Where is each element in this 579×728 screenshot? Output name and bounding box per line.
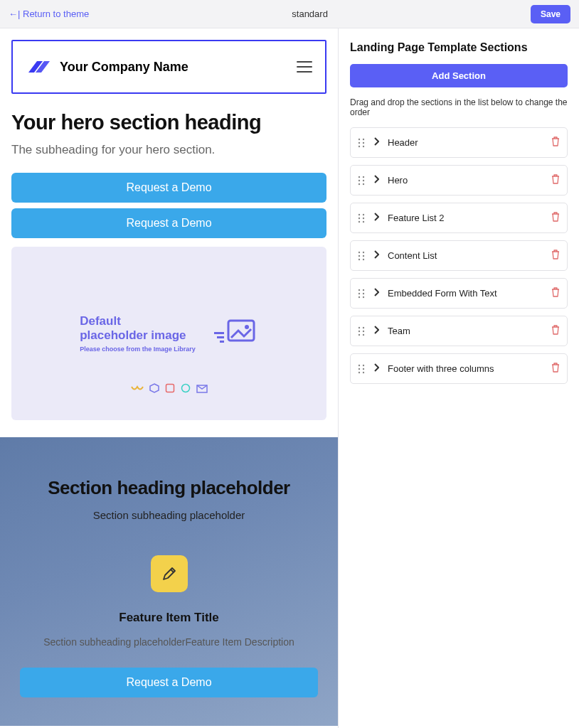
chevron-right-icon[interactable] — [373, 213, 379, 223]
svg-point-17 — [358, 179, 360, 181]
svg-point-21 — [358, 213, 360, 215]
svg-point-36 — [363, 292, 364, 294]
svg-point-29 — [358, 255, 360, 256]
svg-point-19 — [358, 183, 360, 184]
chevron-right-icon[interactable] — [373, 175, 379, 186]
svg-point-18 — [363, 179, 364, 181]
svg-rect-2 — [214, 332, 224, 334]
svg-point-28 — [363, 251, 364, 252]
chevron-right-icon[interactable] — [373, 137, 379, 148]
drag-handle-icon[interactable] — [358, 326, 365, 336]
pencil-icon — [151, 555, 188, 592]
section-item[interactable]: Team — [350, 316, 568, 346]
chevron-right-icon[interactable] — [373, 288, 379, 299]
svg-point-44 — [363, 333, 364, 335]
svg-point-11 — [358, 141, 360, 143]
svg-point-43 — [358, 333, 360, 335]
section-item-label: Embedded Form With Text — [388, 288, 543, 299]
section-item-label: Content List — [388, 250, 543, 261]
section-list: HeaderHeroFeature List 2Content ListEmbe… — [350, 127, 568, 384]
trash-icon[interactable] — [551, 287, 560, 299]
placeholder-title-line1: Default — [80, 314, 196, 328]
section-item[interactable]: Header — [350, 127, 568, 158]
section-item-label: Hero — [388, 175, 543, 186]
main-layout: Your Company Name Your hero section head… — [0, 28, 579, 728]
drag-handle-icon[interactable] — [358, 176, 365, 186]
preview-feature-section[interactable]: Section heading placeholder Section subh… — [0, 437, 338, 726]
trash-icon[interactable] — [551, 174, 560, 186]
hexagon-shape-icon — [149, 383, 159, 396]
trash-icon[interactable] — [551, 325, 560, 337]
section-item[interactable]: Hero — [350, 165, 568, 196]
preview-column[interactable]: Your Company Name Your hero section head… — [0, 28, 339, 728]
chevron-right-icon[interactable] — [373, 250, 379, 261]
drag-handle-icon[interactable] — [358, 289, 365, 299]
svg-point-42 — [363, 330, 364, 331]
svg-point-1 — [245, 325, 249, 329]
section-item-label: Feature List 2 — [388, 213, 543, 223]
hero-subheading: The subheading for your hero section. — [11, 143, 326, 157]
svg-point-14 — [363, 145, 364, 146]
svg-point-27 — [358, 251, 360, 252]
svg-point-9 — [358, 138, 360, 139]
add-section-button[interactable]: Add Section — [350, 64, 568, 87]
trash-icon[interactable] — [551, 250, 560, 262]
company-name-text: Your Company Name — [60, 60, 188, 75]
hamburger-menu-icon[interactable] — [297, 61, 312, 73]
section-item[interactable]: Feature List 2 — [350, 203, 568, 233]
feature-item-title: Feature Item Title — [20, 611, 318, 625]
feature-cta-button[interactable]: Request a Demo — [20, 668, 318, 697]
svg-marker-5 — [150, 384, 159, 392]
svg-point-26 — [363, 220, 364, 222]
drag-handle-icon[interactable] — [358, 251, 365, 261]
svg-point-50 — [363, 371, 364, 373]
trash-icon[interactable] — [551, 363, 560, 375]
svg-point-10 — [363, 138, 364, 139]
preview-hero-section[interactable]: Your hero section heading The subheading… — [11, 111, 326, 420]
wave-shape-icon — [131, 383, 144, 396]
preview-header-left: Your Company Name — [26, 57, 188, 77]
svg-point-12 — [363, 141, 364, 143]
svg-point-16 — [363, 176, 364, 177]
envelope-shape-icon — [196, 383, 208, 396]
svg-point-31 — [358, 258, 360, 259]
svg-point-13 — [358, 145, 360, 146]
svg-point-41 — [358, 330, 360, 331]
chevron-right-icon[interactable] — [373, 326, 379, 336]
drag-handle-icon[interactable] — [358, 138, 365, 148]
hero-cta-button-2[interactable]: Request a Demo — [11, 208, 326, 238]
placeholder-caption: Please choose from the Image Library — [80, 346, 196, 353]
save-button[interactable]: Save — [531, 5, 570, 23]
svg-point-46 — [363, 364, 364, 365]
svg-point-40 — [363, 326, 364, 328]
preview-header-section[interactable]: Your Company Name — [11, 40, 326, 94]
section-item[interactable]: Footer with three columns — [350, 353, 568, 384]
feature-item-description: Section subheading placeholderFeature It… — [20, 636, 318, 648]
svg-point-38 — [363, 296, 364, 297]
chevron-right-icon[interactable] — [373, 363, 379, 374]
svg-point-24 — [363, 217, 364, 218]
svg-point-25 — [358, 220, 360, 222]
drag-handle-icon[interactable] — [358, 213, 365, 223]
square-shape-icon — [165, 383, 175, 396]
svg-point-7 — [181, 385, 189, 392]
svg-rect-3 — [217, 336, 224, 338]
hero-heading: Your hero section heading — [11, 111, 326, 134]
section-item[interactable]: Content List — [350, 240, 568, 271]
section-item[interactable]: Embedded Form With Text — [350, 278, 568, 309]
feature-heading: Section heading placeholder — [20, 477, 318, 499]
preview-inner: Your Company Name Your hero section head… — [0, 28, 338, 728]
return-to-theme-link[interactable]: ←| Return to theme — [9, 9, 89, 19]
svg-point-35 — [358, 292, 360, 294]
trash-icon[interactable] — [551, 212, 560, 224]
hero-cta-button-1[interactable]: Request a Demo — [11, 173, 326, 203]
trash-icon[interactable] — [551, 136, 560, 149]
section-item-label: Footer with three columns — [388, 363, 543, 374]
svg-rect-6 — [166, 385, 174, 392]
image-icon — [213, 316, 258, 350]
svg-point-45 — [358, 364, 360, 365]
circle-shape-icon — [181, 383, 191, 396]
hero-placeholder-image[interactable]: Default placeholder image Please choose … — [11, 247, 326, 420]
svg-point-37 — [358, 296, 360, 297]
drag-handle-icon[interactable] — [358, 364, 365, 374]
